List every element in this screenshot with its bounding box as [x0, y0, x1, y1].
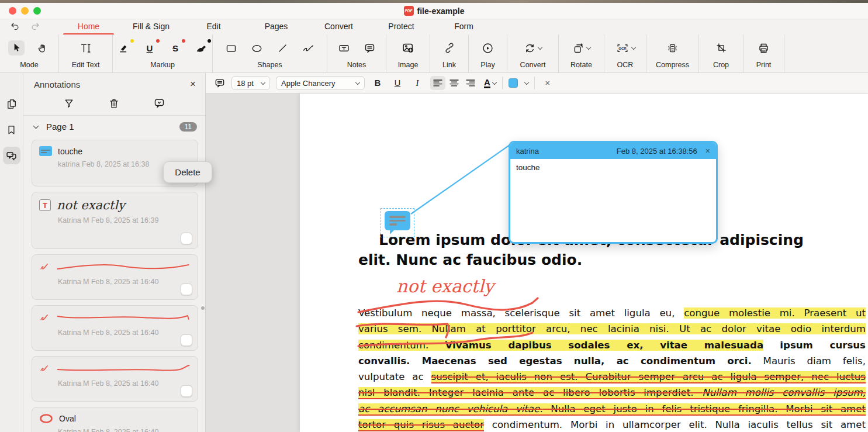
annotation-checkbox[interactable]	[181, 284, 192, 295]
body-text-segment[interactable]: nisl blandit. Integer lacinia ante ac li…	[358, 387, 702, 399]
print-button[interactable]	[756, 40, 772, 56]
note-close-button[interactable]: ×	[706, 146, 710, 155]
text-color-button[interactable]: A	[484, 78, 496, 88]
compress-button[interactable]	[665, 40, 681, 56]
comment-note-button[interactable]	[361, 40, 378, 56]
font-size-dropdown[interactable]: 18 pt	[231, 76, 270, 90]
bookmarks-panel-button[interactable]	[3, 121, 20, 139]
highlighter-icon	[118, 42, 130, 54]
line-shape-button[interactable]	[275, 40, 291, 56]
hand-mode-button[interactable]	[34, 40, 50, 56]
ribbon-tabs: Home Fill & Sign Edit Pages Convert Prot…	[57, 19, 495, 35]
oval-icon	[251, 42, 263, 54]
ocr-button[interactable]: OCR	[612, 40, 639, 56]
play-button[interactable]	[480, 40, 496, 56]
annotation-checkbox[interactable]	[181, 233, 192, 244]
rectangle-shape-button[interactable]	[223, 40, 240, 56]
align-left-icon	[433, 79, 442, 87]
group-label-notes: Notes	[347, 61, 366, 69]
body-text-segment[interactable]: Vivamus dapibus sodales ex, vitae malesu…	[445, 340, 763, 351]
bold-button[interactable]: B	[371, 76, 385, 90]
oval-shape-button[interactable]	[249, 40, 265, 56]
edit-text-button[interactable]	[78, 40, 94, 56]
note-popup: katrina Feb 8, 2025 at 16:38:56 × touche	[509, 141, 718, 244]
sticky-note-icon[interactable]	[385, 211, 410, 230]
align-center-button[interactable]	[447, 76, 462, 90]
ink-icon	[39, 313, 50, 323]
annotations-panel-button[interactable]	[3, 147, 20, 164]
body-text-line: condimentum. Vivamus dapibus sodales ex,…	[358, 337, 866, 353]
body-text-segment[interactable]: suscipit et, iaculis non est. Curabitur …	[431, 371, 866, 383]
ink-preview	[56, 362, 192, 375]
note-body-text[interactable]: touche	[510, 159, 716, 176]
comment-options-icon[interactable]	[153, 97, 165, 109]
annotation-card-text[interactable]: T not exactly Katrina M Feb 8, 2025 at 1…	[32, 192, 198, 249]
note-popup-header[interactable]: katrina Feb 8, 2025 at 16:38:56 ×	[510, 143, 716, 159]
image-button[interactable]	[400, 40, 416, 56]
highlight-button[interactable]	[116, 40, 132, 56]
tab-home[interactable]: Home	[57, 19, 120, 35]
handwritten-text-annotation[interactable]: not exactly	[396, 276, 494, 296]
underline-button[interactable]: U	[390, 76, 404, 90]
align-right-button[interactable]	[463, 76, 478, 90]
toolbar-group-shapes: Shapes	[213, 34, 327, 72]
marker-button[interactable]	[193, 40, 209, 56]
sidebar-close-button[interactable]: ×	[190, 78, 196, 90]
font-family-dropdown[interactable]: Apple Chancery	[276, 76, 365, 90]
scribble-shape-button[interactable]	[300, 40, 317, 56]
annotation-checkbox[interactable]	[181, 385, 192, 397]
body-text-segment[interactable]: Nullam mollis convallis ipsum,	[702, 387, 866, 399]
select-mode-button[interactable]	[8, 40, 25, 56]
toolbar-group-mode: Mode	[0, 34, 59, 72]
underline-button[interactable]: U	[141, 40, 158, 56]
note-author: katrina	[516, 147, 611, 155]
tab-fill-sign[interactable]: Fill & Sign	[120, 19, 182, 35]
redo-icon[interactable]	[29, 22, 41, 32]
body-text-segment[interactable]: congue molestie mi. Praesent ut	[684, 307, 866, 319]
tab-pages[interactable]: Pages	[245, 19, 307, 35]
annotation-card-ink[interactable]: Katrina M Feb 8, 2025 at 16:40	[32, 254, 198, 300]
tab-convert[interactable]: Convert	[307, 19, 370, 35]
format-bar-close-button[interactable]: ×	[541, 76, 555, 90]
filter-icon[interactable]	[63, 98, 75, 109]
link-button[interactable]	[441, 40, 458, 56]
group-label-image: Image	[398, 61, 419, 69]
text-box-note-button[interactable]	[336, 40, 352, 56]
annotation-card-oval[interactable]: Oval Katrina M Feb 8, 2025 at 16:40	[32, 407, 198, 432]
convert-button[interactable]	[521, 40, 545, 56]
annotation-color-button[interactable]	[509, 78, 528, 88]
comment-format-icon[interactable]	[214, 77, 226, 89]
chevron-down-icon	[492, 80, 497, 84]
body-text-segment[interactable]: ac accumsan nunc vehicula vitae.	[358, 403, 543, 416]
titlebar: PDF file-example	[0, 3, 868, 19]
italic-button[interactable]: I	[410, 76, 424, 90]
annotation-card-ink[interactable]: Katrina M Feb 8, 2025 at 16:40	[32, 305, 198, 351]
body-text-segment[interactable]: varius sem. Nullam at porttitor arcu, ne…	[358, 323, 866, 334]
tab-edit[interactable]: Edit	[182, 19, 245, 35]
page-section-header[interactable]: Page 1 11	[23, 116, 205, 134]
note-timestamp: Feb 8, 2025 at 16:38:56	[617, 147, 697, 155]
crop-button[interactable]	[713, 40, 729, 56]
sidebar-scroll-indicator[interactable]	[201, 306, 205, 310]
body-text-segment[interactable]: Nulla eget justo in felis tristique frin…	[543, 403, 866, 416]
annotation-card-ink[interactable]: Katrina M Feb 8, 2025 at 16:40	[32, 356, 198, 402]
body-text-segment[interactable]: condimentum.	[358, 340, 445, 351]
undo-icon[interactable]	[9, 22, 21, 32]
align-left-button[interactable]	[430, 76, 445, 90]
toolbar: Mode Edit Text U S	[0, 34, 868, 73]
rotate-button[interactable]	[569, 40, 594, 56]
tab-protect[interactable]: Protect	[370, 19, 433, 35]
toolbar-group-rotate: Rotate	[559, 34, 604, 72]
chevron-down-icon	[586, 44, 591, 49]
thumbnails-panel-button[interactable]	[3, 95, 20, 113]
sticky-note-selection[interactable]	[381, 208, 414, 237]
trash-icon[interactable]	[108, 98, 120, 109]
body-text-segment: condimentum. Morbi in ullamcorper elit. …	[484, 419, 866, 430]
body-text-segment[interactable]: tortor quis risus auctor	[358, 419, 484, 431]
format-bar: 18 pt Apple Chancery B U I A	[206, 73, 868, 94]
tab-form[interactable]: Form	[433, 19, 495, 35]
body-text-line: ac accumsan nunc vehicula vitae. Nulla e…	[358, 401, 866, 417]
strikeout-button[interactable]: S	[167, 40, 184, 56]
delete-context-menu-item[interactable]: Delete	[163, 161, 212, 183]
annotation-checkbox[interactable]	[181, 334, 192, 346]
